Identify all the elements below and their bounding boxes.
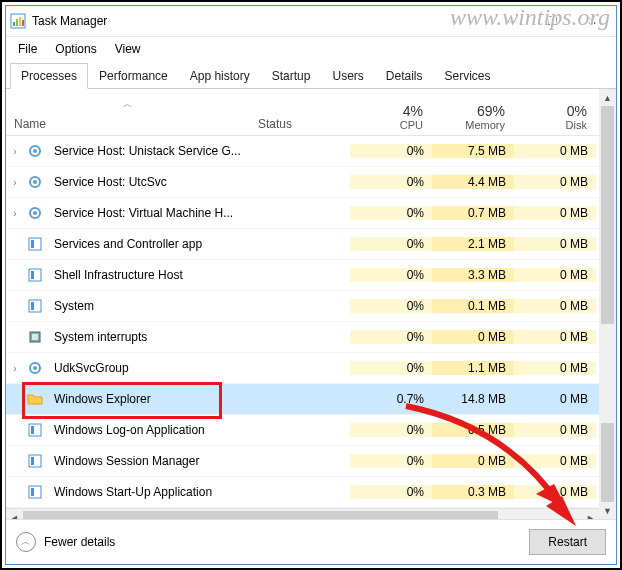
tab-startup[interactable]: Startup	[261, 63, 322, 89]
svg-rect-25	[29, 486, 41, 498]
expand-icon[interactable]: ›	[6, 363, 24, 374]
svg-rect-23	[29, 455, 41, 467]
menu-options[interactable]: Options	[47, 39, 104, 59]
process-memory: 0.3 MB	[432, 485, 514, 499]
process-disk: 0 MB	[514, 392, 596, 406]
process-cpu: 0%	[350, 485, 432, 499]
col-name[interactable]: ︿ Name	[6, 94, 250, 135]
col-memory[interactable]: 69% Memory	[432, 99, 514, 135]
svg-rect-12	[31, 240, 34, 248]
col-name-label: Name	[14, 117, 241, 131]
expand-icon[interactable]: ›	[6, 146, 24, 157]
disk-usage-pct: 0%	[522, 103, 587, 119]
table-row[interactable]: System0%0.1 MB0 MB	[6, 291, 599, 322]
svg-point-8	[33, 180, 37, 184]
tab-processes[interactable]: Processes	[10, 63, 88, 89]
vertical-scrollbar[interactable]: ▲ ▼	[599, 89, 616, 519]
tab-users[interactable]: Users	[321, 63, 374, 89]
table-row[interactable]: Windows Explorer0.7%14.8 MB0 MB	[6, 384, 599, 415]
tab-services[interactable]: Services	[434, 63, 502, 89]
svg-rect-3	[19, 17, 21, 26]
col-cpu-label: CPU	[358, 119, 423, 131]
process-icon	[24, 391, 46, 407]
process-icon	[24, 267, 46, 283]
col-disk[interactable]: 0% Disk	[514, 99, 596, 135]
fewer-details-toggle[interactable]: ︿ Fewer details	[16, 532, 529, 552]
process-name: Windows Start-Up Application	[46, 485, 250, 499]
task-manager-window: Task Manager ─ ☐ ✕ File Options View Pro…	[5, 5, 617, 565]
svg-point-6	[33, 149, 37, 153]
process-disk: 0 MB	[514, 485, 596, 499]
process-cpu: 0.7%	[350, 392, 432, 406]
table-row[interactable]: System interrupts0%0 MB0 MB	[6, 322, 599, 353]
svg-rect-21	[29, 424, 41, 436]
table-row[interactable]: Windows Start-Up Application0%0.3 MB0 MB	[6, 477, 599, 508]
process-name: Shell Infrastructure Host	[46, 268, 250, 282]
table-row[interactable]: ›Service Host: UtcSvc0%4.4 MB0 MB	[6, 167, 599, 198]
svg-rect-22	[31, 426, 34, 434]
menu-view[interactable]: View	[107, 39, 149, 59]
svg-rect-18	[32, 334, 38, 340]
col-cpu[interactable]: 4% CPU	[350, 99, 432, 135]
table-row[interactable]: Windows Log-on Application0%0.5 MB0 MB	[6, 415, 599, 446]
process-name: System	[46, 299, 250, 313]
process-memory: 1.1 MB	[432, 361, 514, 375]
menu-file[interactable]: File	[10, 39, 45, 59]
vscroll-thumb-upper[interactable]	[601, 106, 614, 324]
process-icon	[24, 174, 46, 190]
sort-indicator-icon: ︿	[123, 98, 132, 111]
svg-rect-14	[31, 271, 34, 279]
expand-icon[interactable]: ›	[6, 177, 24, 188]
memory-usage-pct: 69%	[440, 103, 505, 119]
tab-details[interactable]: Details	[375, 63, 434, 89]
col-status[interactable]: Status	[250, 113, 350, 135]
window-title: Task Manager	[32, 14, 492, 28]
table-row[interactable]: ›Service Host: Virtual Machine H...0%0.7…	[6, 198, 599, 229]
process-disk: 0 MB	[514, 423, 596, 437]
horizontal-scrollbar[interactable]: ◄ ►	[6, 508, 599, 519]
svg-rect-4	[22, 20, 24, 26]
process-icon	[24, 205, 46, 221]
process-name: Service Host: Unistack Service G...	[46, 144, 250, 158]
restart-button[interactable]: Restart	[529, 529, 606, 555]
col-memory-label: Memory	[440, 119, 505, 131]
process-memory: 0 MB	[432, 454, 514, 468]
process-memory: 7.5 MB	[432, 144, 514, 158]
process-name: System interrupts	[46, 330, 250, 344]
process-icon	[24, 298, 46, 314]
process-disk: 0 MB	[514, 237, 596, 251]
scroll-right-icon[interactable]: ►	[582, 509, 599, 519]
process-memory: 0 MB	[432, 330, 514, 344]
table-row[interactable]: Windows Session Manager0%0 MB0 MB	[6, 446, 599, 477]
process-name: Windows Explorer	[46, 392, 250, 406]
process-icon	[24, 143, 46, 159]
scroll-up-icon[interactable]: ▲	[599, 89, 616, 106]
tab-app-history[interactable]: App history	[179, 63, 261, 89]
process-cpu: 0%	[350, 206, 432, 220]
scroll-left-icon[interactable]: ◄	[6, 509, 23, 519]
process-memory: 0.5 MB	[432, 423, 514, 437]
scroll-down-icon[interactable]: ▼	[599, 502, 616, 519]
column-headers: ︿ Name Status 4% CPU 69% Memory 0% Disk	[6, 89, 599, 136]
tab-performance[interactable]: Performance	[88, 63, 179, 89]
process-icon	[24, 484, 46, 500]
process-cpu: 0%	[350, 423, 432, 437]
process-memory: 0.7 MB	[432, 206, 514, 220]
vscroll-thumb-lower[interactable]	[601, 423, 614, 502]
svg-rect-11	[29, 238, 41, 250]
expand-icon[interactable]: ›	[6, 208, 24, 219]
table-row[interactable]: ›UdkSvcGroup0%1.1 MB0 MB	[6, 353, 599, 384]
table-row[interactable]: ›Service Host: Unistack Service G...0%7.…	[6, 136, 599, 167]
hscroll-thumb[interactable]	[23, 511, 498, 519]
svg-point-10	[33, 211, 37, 215]
process-cpu: 0%	[350, 454, 432, 468]
process-memory: 2.1 MB	[432, 237, 514, 251]
menubar: File Options View	[6, 37, 616, 61]
table-row[interactable]: Shell Infrastructure Host0%3.3 MB0 MB	[6, 260, 599, 291]
fewer-details-label: Fewer details	[44, 535, 115, 549]
table-row[interactable]: Services and Controller app0%2.1 MB0 MB	[6, 229, 599, 260]
process-disk: 0 MB	[514, 361, 596, 375]
app-icon	[10, 13, 26, 29]
svg-rect-26	[31, 488, 34, 496]
svg-rect-16	[31, 302, 34, 310]
